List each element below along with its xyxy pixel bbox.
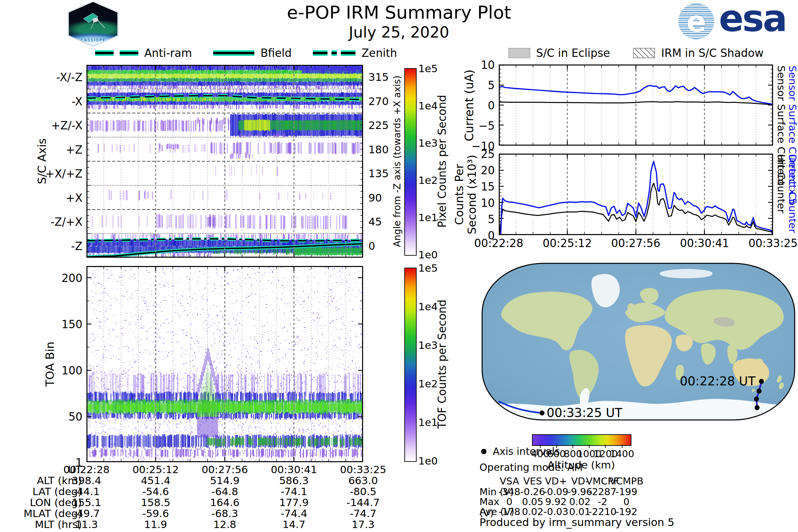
toa-bin-spectrogram: [87, 266, 363, 462]
counts-ytick: 15: [455, 180, 495, 193]
tof-cb-tick: 1e4: [418, 301, 445, 312]
angle-tick-label: 180: [368, 143, 398, 156]
current-plot: [499, 64, 773, 146]
ephemeris-cell: 586.3: [261, 474, 327, 487]
ephemeris-cell: 17.3: [330, 518, 396, 530]
legend-item-antiram: Anti-ram: [95, 46, 192, 59]
counts-ytick: 5: [455, 213, 495, 226]
tof-cb-tick: 1e1: [418, 416, 445, 428]
angle-tick-label: 135: [368, 167, 398, 180]
legend-label: Bfield: [260, 46, 291, 59]
legend-item-eclipse: S/C in Eclipse: [508, 46, 610, 59]
esa-logo-text: esa: [719, 0, 786, 40]
page-title: e-POP IRM Summary Plot: [200, 2, 598, 23]
ephemeris-cell: 00:25:12: [122, 463, 189, 475]
attitude-line-legend: Anti-ram Bfield Zenith: [87, 46, 406, 59]
ephemeris-cell: 158.5: [122, 496, 189, 508]
counts-right-label-black: Hit Counter: [776, 154, 786, 213]
ephemeris-cell: -80.5: [330, 486, 396, 497]
ephemeris-cell: 12.8: [191, 518, 258, 530]
ephemeris-cell: 663.0: [330, 474, 396, 487]
legend-item-bfield: Bfield: [213, 46, 291, 59]
sc-row-label: -X: [33, 95, 82, 108]
time-tick-label: 00:22:28: [471, 237, 527, 250]
ephemeris-cell: -68.3: [191, 507, 258, 519]
ephemeris-cell: 14.7: [261, 518, 327, 530]
sc-row-label: -Z/+X: [33, 215, 82, 228]
time-tick-label: 00:30:41: [676, 237, 733, 250]
counts-ylabel: Counts Per Second (x10³): [452, 115, 479, 274]
altitude-colorbar-label: Altitude (km): [531, 459, 631, 471]
tof-cb-tick: 1e3: [418, 339, 445, 351]
map-art: [481, 263, 795, 421]
ephemeris-cell: 164.6: [191, 496, 258, 508]
tof-counts-colorbar-label: TOF Counts per Second: [437, 264, 448, 464]
current-ytick: 5: [455, 79, 495, 92]
toa-tick-label: 200: [43, 272, 82, 285]
angle-tick-label: 0: [368, 240, 398, 252]
voltage-cell: -199: [608, 486, 645, 497]
altitude-tick-mark: [573, 444, 573, 448]
hatched-swatch-icon: [633, 48, 655, 58]
ephemeris-cell: -74.7: [330, 507, 396, 519]
pixel-cb-tick: 1e3: [418, 137, 445, 149]
eclipse-shadow-legend: S/C in Eclipse IRM in S/C Shadow: [499, 46, 773, 59]
altitude-tick-mark: [540, 444, 540, 448]
altitude-tick-label: 1400: [609, 448, 635, 459]
pixel-counts-colorbar-label: Pixel Counts per Second: [437, 61, 448, 261]
counts-ytick: 10: [455, 196, 495, 209]
solid-line-icon: [213, 50, 254, 56]
sc-row-label: +X: [33, 191, 82, 205]
legend-label: Anti-ram: [144, 46, 192, 59]
ephemeris-cell: -59.6: [122, 507, 189, 519]
counts-ytick: 25: [455, 148, 495, 160]
cassiope-patch-art: CASSIOPE: [69, 2, 117, 46]
toa-tick-label: 50: [43, 410, 82, 423]
current-ytick: 0: [455, 99, 495, 112]
ephemeris-cell: 514.9: [191, 474, 258, 487]
time-tick-label: 00:27:56: [607, 237, 664, 250]
toa-tick-label: 150: [43, 318, 82, 331]
ephemeris-cell: 398.4: [53, 474, 120, 487]
track-start-time: 00:22:28 UT: [680, 374, 756, 388]
ephemeris-cell: 11.3: [53, 518, 120, 530]
pixel-counts-colorbar: [404, 68, 417, 256]
eclipse-swatch-icon: [508, 48, 530, 58]
sc-row-label: -X/-Z: [33, 71, 82, 84]
angle-axis-label: Angle from -Z axis (towards +X axis): [392, 61, 402, 261]
counts-right-label-blue: Detect Counter: [787, 154, 798, 233]
satellite-icon: [81, 11, 108, 31]
angle-tick-label: 45: [368, 215, 398, 228]
voltage-cell: 0: [608, 496, 645, 507]
tof-counts-colorbar: [404, 268, 417, 462]
angle-tick-label: 225: [368, 119, 398, 132]
voltage-cell: -192: [608, 506, 645, 517]
ephemeris-cell: 00:33:25: [330, 463, 396, 475]
counts-ytick: 20: [455, 164, 495, 177]
ephemeris-cell: 177.9: [261, 496, 327, 508]
ephemeris-cell: -44.1: [53, 486, 120, 497]
dashdot-line-icon: [313, 50, 356, 56]
altitude-tick-mark: [556, 444, 557, 448]
sc-row-label: +Z: [33, 143, 82, 156]
dashed-line-icon: [95, 50, 138, 56]
legend-label: S/C in Eclipse: [536, 46, 610, 59]
track-end-time: 00:33:25 UT: [547, 406, 623, 420]
world-map: 00:22:28 UT 00:33:25 UT: [481, 263, 795, 421]
epop-irm-summary-page: CASSIOPE e-POP IRM Summary Plot July 25,…: [0, 0, 798, 532]
pixel-cb-tick: 1e4: [418, 100, 445, 112]
tof-cb-tick: 1e0: [418, 455, 445, 467]
ephemeris-cell: 11.9: [122, 518, 189, 530]
ephemeris-cell: 155.1: [53, 496, 120, 508]
angle-tick-label: 315: [368, 71, 398, 83]
ephemeris-cell: -64.8: [191, 486, 258, 497]
angle-tick-label: 270: [368, 95, 398, 108]
altitude-tick-mark: [622, 444, 623, 448]
altitude-tick-mark: [605, 444, 606, 448]
legend-item-zenith: Zenith: [313, 46, 397, 59]
legend-label: IRM in S/C Shadow: [661, 46, 763, 59]
patch-label: CASSIOPE: [69, 38, 117, 42]
page-date: July 25, 2020: [200, 23, 598, 41]
ephemeris-cell: 00:22:28: [53, 463, 120, 475]
tof-cb-tick: 1e5: [418, 262, 445, 274]
